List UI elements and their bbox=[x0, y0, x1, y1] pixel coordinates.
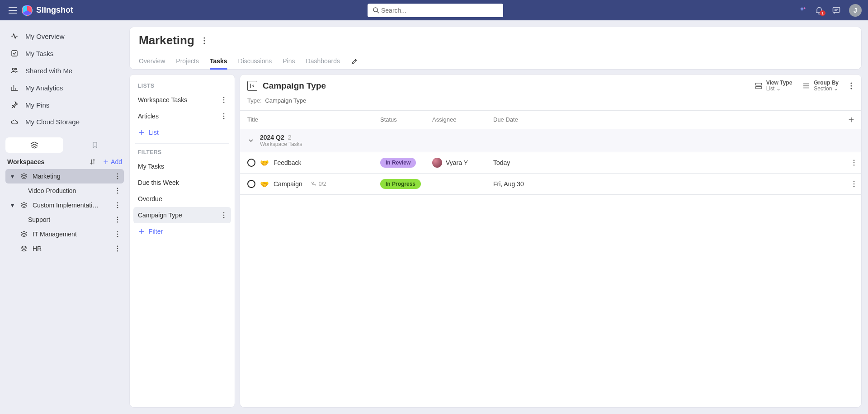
collapse-panel-button[interactable] bbox=[247, 81, 257, 91]
svg-point-28 bbox=[223, 102, 225, 103]
task-menu[interactable] bbox=[847, 181, 861, 187]
workspace-menu[interactable] bbox=[115, 173, 120, 179]
list-label: Articles bbox=[138, 113, 159, 120]
overview-icon bbox=[10, 32, 19, 40]
segment-bookmarks[interactable] bbox=[66, 137, 124, 153]
notifications-button[interactable]: 1 bbox=[815, 6, 824, 15]
add-filter-button[interactable]: Filter bbox=[133, 223, 231, 240]
svg-point-27 bbox=[223, 99, 225, 101]
menu-button[interactable] bbox=[6, 4, 19, 17]
group-by-control[interactable]: Group By Section ⌄ bbox=[802, 80, 839, 92]
sort-button[interactable] bbox=[89, 158, 96, 165]
workspace-menu[interactable] bbox=[115, 245, 120, 252]
page-menu[interactable] bbox=[202, 37, 207, 44]
edit-tabs-button[interactable] bbox=[351, 58, 358, 65]
workspace-item[interactable]: IT Management bbox=[5, 227, 124, 241]
list-item[interactable]: Workspace Tasks bbox=[133, 92, 231, 108]
nav-label: Shared with Me bbox=[25, 67, 72, 75]
search-input[interactable] bbox=[380, 6, 499, 14]
chevron-down-icon: ⌄ bbox=[776, 85, 781, 92]
board-menu[interactable] bbox=[849, 82, 854, 89]
svg-point-3 bbox=[13, 68, 15, 71]
add-column-button[interactable] bbox=[843, 111, 861, 129]
user-avatar[interactable]: J bbox=[849, 4, 862, 17]
tab-dashboards[interactable]: Dashboards bbox=[306, 54, 340, 69]
workspace-item[interactable]: ▾Custom Implementati… bbox=[5, 198, 124, 212]
nav-item-cloud[interactable]: My Cloud Storage bbox=[5, 113, 124, 130]
avatar-initial: J bbox=[854, 7, 857, 14]
tab-discussions[interactable]: Discussions bbox=[238, 54, 272, 69]
filter-item[interactable]: Due this Week bbox=[133, 174, 231, 191]
task-menu[interactable] bbox=[847, 160, 861, 166]
sparkle-icon bbox=[797, 6, 807, 15]
bookmark-icon bbox=[91, 141, 99, 149]
chevron-down-icon bbox=[247, 137, 255, 144]
handshake-icon: 🤝 bbox=[260, 180, 269, 188]
task-row[interactable]: 🤝Campaign0/2In ProgressFri, Aug 30 bbox=[240, 174, 861, 195]
chevron-down-icon: ⌄ bbox=[834, 85, 838, 92]
filter-menu[interactable] bbox=[221, 212, 226, 218]
list-menu[interactable] bbox=[221, 97, 226, 103]
task-checkbox[interactable] bbox=[247, 159, 255, 167]
list-item[interactable]: Articles bbox=[133, 108, 231, 124]
group-count: 2 bbox=[288, 134, 292, 141]
svg-point-13 bbox=[117, 207, 118, 208]
sort-icon bbox=[89, 158, 96, 165]
nav-item-tasks[interactable]: My Tasks bbox=[5, 45, 124, 62]
tasks-panel: Campaign Type View Type List ⌄ bbox=[240, 74, 862, 408]
assignee-avatar bbox=[432, 158, 442, 168]
svg-rect-43 bbox=[311, 182, 313, 183]
search-box[interactable] bbox=[368, 4, 503, 17]
tab-overview[interactable]: Overview bbox=[139, 54, 165, 69]
filter-item[interactable]: Campaign Type bbox=[133, 207, 231, 223]
workspace-item[interactable]: ▾Marketing bbox=[5, 169, 124, 183]
svg-point-37 bbox=[850, 83, 852, 84]
nav-item-pins[interactable]: My Pins bbox=[5, 96, 124, 113]
svg-point-40 bbox=[854, 160, 855, 161]
ai-sparkle-button[interactable] bbox=[797, 6, 807, 15]
tab-pins[interactable]: Pins bbox=[283, 54, 295, 69]
status-badge[interactable]: In Review bbox=[380, 158, 416, 168]
col-status[interactable]: Status bbox=[376, 111, 428, 129]
nav-item-overview[interactable]: My Overview bbox=[5, 28, 124, 45]
workspace-item[interactable]: HR bbox=[5, 241, 124, 256]
workspace-child-item[interactable]: Support bbox=[5, 212, 124, 227]
workspace-label: Marketing bbox=[33, 173, 110, 180]
task-row[interactable]: 🤝FeedbackIn ReviewVyara YToday bbox=[240, 152, 861, 174]
nav-item-analytics[interactable]: My Analytics bbox=[5, 79, 124, 96]
tab-projects[interactable]: Projects bbox=[176, 54, 199, 69]
workspace-menu[interactable] bbox=[115, 202, 120, 208]
page-header: Marketing OverviewProjectsTasksDiscussio… bbox=[129, 27, 862, 70]
view-type-control[interactable]: View Type List ⌄ bbox=[755, 80, 793, 92]
col-due[interactable]: Due Date bbox=[489, 111, 552, 129]
workspace-child-item[interactable]: Video Production bbox=[5, 183, 124, 198]
filter-item[interactable]: My Tasks bbox=[133, 158, 231, 174]
add-list-button[interactable]: List bbox=[133, 124, 231, 141]
list-view-icon bbox=[755, 82, 763, 90]
due-date: Today bbox=[489, 154, 552, 172]
layers-icon bbox=[20, 202, 28, 209]
group-row[interactable]: 2024 Q22 Workspace Tasks bbox=[240, 129, 861, 152]
nav-label: My Overview bbox=[25, 33, 65, 40]
add-workspace-button[interactable]: Add bbox=[103, 158, 122, 165]
segment-workspaces[interactable] bbox=[5, 137, 63, 153]
svg-point-19 bbox=[117, 236, 118, 237]
workspace-menu[interactable] bbox=[115, 216, 120, 223]
workspace-menu[interactable] bbox=[115, 231, 120, 237]
tab-tasks[interactable]: Tasks bbox=[210, 54, 227, 69]
task-checkbox[interactable] bbox=[247, 180, 255, 188]
col-assignee[interactable]: Assignee bbox=[428, 111, 489, 129]
nav-item-shared[interactable]: Shared with Me bbox=[5, 62, 124, 79]
layers-icon bbox=[30, 141, 38, 149]
logo[interactable]: Slingshot bbox=[22, 5, 73, 16]
col-title[interactable]: Title bbox=[240, 111, 376, 129]
list-menu[interactable] bbox=[221, 113, 226, 119]
svg-point-9 bbox=[117, 190, 118, 192]
chat-button[interactable] bbox=[832, 6, 841, 15]
type-label: Type: bbox=[247, 97, 262, 104]
filter-item[interactable]: Overdue bbox=[133, 191, 231, 207]
svg-point-32 bbox=[223, 212, 225, 213]
workspace-menu[interactable] bbox=[115, 188, 120, 194]
page-title: Marketing bbox=[139, 33, 194, 47]
status-badge[interactable]: In Progress bbox=[380, 179, 421, 189]
